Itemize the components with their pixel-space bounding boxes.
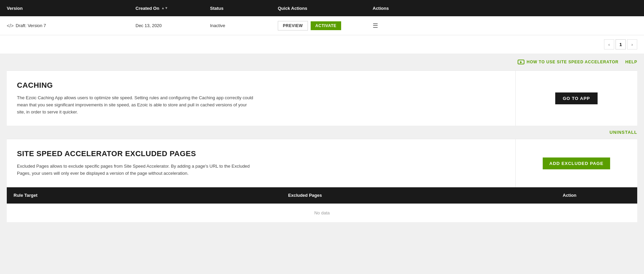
how-to-link[interactable]: ▶ HOW TO USE SITE SPEED ACCELERATOR: [518, 60, 618, 64]
caching-content: CACHING The Ezoic Caching App allows use…: [7, 71, 515, 126]
caching-section: CACHING The Ezoic Caching App allows use…: [7, 70, 637, 126]
table-row: </> Draft: Version 7 Dec 13, 2020 Inacti…: [0, 16, 644, 35]
version-cell: </> Draft: Version 7: [7, 23, 136, 28]
col-header-actions: Actions: [373, 6, 637, 11]
col-header-quick-actions: Quick Actions: [278, 6, 373, 11]
how-to-label: HOW TO USE SITE SPEED ACCELERATOR: [526, 60, 618, 64]
excluded-pages-title: SITE SPEED ACCELERATOR EXCLUDED PAGES: [17, 149, 505, 158]
caching-outer: CACHING The Ezoic Caching App allows use…: [0, 70, 644, 126]
play-icon: ▶: [518, 60, 524, 64]
excluded-pages-outer: SITE SPEED ACCELERATOR EXCLUDED PAGES Ex…: [0, 139, 644, 222]
created-header-label: Created On: [136, 6, 159, 11]
excluded-pages-content: SITE SPEED ACCELERATOR EXCLUDED PAGES Ex…: [7, 139, 515, 187]
version-header-label: Version: [7, 6, 23, 11]
help-row: ▶ HOW TO USE SITE SPEED ACCELERATOR HELP: [0, 54, 644, 70]
help-link[interactable]: HELP: [625, 60, 637, 64]
excluded-pages-section: SITE SPEED ACCELERATOR EXCLUDED PAGES Ex…: [7, 139, 637, 187]
actions-header-label: Actions: [373, 6, 389, 11]
preview-button[interactable]: PREVIEW: [278, 21, 308, 30]
status-header-label: Status: [210, 6, 224, 11]
status-badge: Inactive: [210, 23, 225, 28]
excluded-pages-card: SITE SPEED ACCELERATOR EXCLUDED PAGES Ex…: [7, 139, 637, 222]
col-excluded-header: Excluded Pages: [288, 193, 563, 198]
col-header-created: Created On ▲▼: [136, 6, 210, 11]
quick-actions-header-label: Quick Actions: [278, 6, 307, 11]
caching-description: The Ezoic Caching App allows users to op…: [17, 94, 254, 115]
actions-cell: ☰: [373, 22, 637, 29]
col-rule-header: Rule Target: [14, 193, 288, 198]
sort-arrows-created[interactable]: ▲▼: [161, 7, 168, 9]
page-1-button[interactable]: 1: [616, 39, 626, 49]
quick-actions-cell: PREVIEW ACTIVATE: [278, 21, 373, 30]
excluded-table-header: Rule Target Excluded Pages Action: [7, 187, 637, 204]
main-container: Version Created On ▲▼ Status Quick Actio…: [0, 0, 644, 222]
no-data-row: No data: [7, 204, 637, 222]
caching-card: CACHING The Ezoic Caching App allows use…: [7, 70, 637, 126]
go-to-app-button[interactable]: GO TO APP: [555, 92, 598, 104]
caching-title: CACHING: [17, 81, 505, 90]
help-label: HELP: [625, 60, 637, 64]
hamburger-menu-icon[interactable]: ☰: [373, 22, 378, 29]
prev-page-button[interactable]: ‹: [604, 39, 614, 49]
activate-button[interactable]: ACTIVATE: [311, 21, 341, 30]
uninstall-row: UNINSTALL: [0, 126, 644, 139]
rule-target-label: Rule Target: [14, 193, 38, 198]
excluded-pages-label: Excluded Pages: [288, 193, 322, 198]
col-action-header: Action: [563, 193, 630, 198]
caching-action: GO TO APP: [515, 71, 637, 126]
created-date: Dec 13, 2020: [136, 23, 162, 28]
no-data-label: No data: [314, 210, 330, 215]
col-header-version: Version: [7, 6, 136, 11]
created-cell: Dec 13, 2020: [136, 23, 210, 28]
next-page-button[interactable]: ›: [627, 39, 637, 49]
add-excluded-page-button[interactable]: ADD EXCLUDED PAGE: [543, 157, 610, 169]
versions-table: Version Created On ▲▼ Status Quick Actio…: [0, 0, 644, 35]
excluded-pages-description: Excluded Pages allows to exclude specifi…: [17, 163, 254, 177]
col-header-status: Status: [210, 6, 278, 11]
uninstall-button[interactable]: UNINSTALL: [609, 130, 637, 135]
action-label: Action: [563, 193, 576, 198]
code-icon: </>: [7, 23, 14, 28]
status-cell: Inactive: [210, 23, 278, 28]
version-label: Draft: Version 7: [16, 23, 46, 28]
pagination-row: ‹ 1 ›: [0, 35, 644, 54]
excluded-pages-action: ADD EXCLUDED PAGE: [515, 139, 637, 187]
table-header: Version Created On ▲▼ Status Quick Actio…: [0, 0, 644, 16]
